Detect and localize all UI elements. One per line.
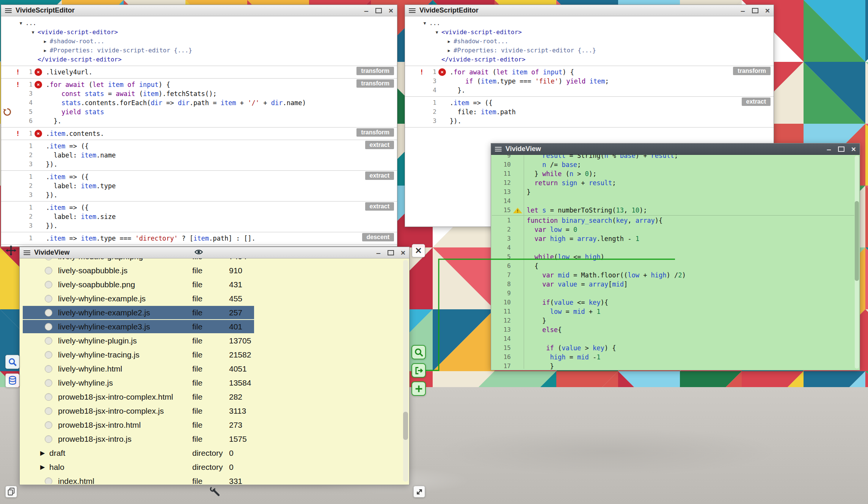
close-button[interactable]: × — [389, 5, 393, 16]
minimize-button[interactable]: – — [827, 143, 831, 155]
file-row[interactable]: proweb18-jsx-intro-complex.htmlfile282 — [20, 390, 402, 404]
collapse-icon[interactable]: ▼ — [16, 19, 25, 28]
code-line[interactable]: !1×.for await (let item of input) { — [1, 80, 397, 89]
code-line[interactable]: 13} — [492, 187, 854, 197]
expand-icon[interactable]: ▶ — [41, 46, 50, 55]
code-line[interactable]: !1×.for await (let item of input) { — [405, 68, 774, 77]
script-step[interactable]: descent1.item => item.type === 'director… — [1, 232, 397, 245]
file-row[interactable]: lively-whyline.htmlfile4051 — [20, 362, 402, 376]
file-row[interactable]: proweb18-jsx-intro-complex.jsfile3113 — [20, 404, 402, 418]
maximize-button[interactable] — [375, 8, 382, 13]
code-line[interactable]: 12 return sign + result; — [492, 178, 854, 187]
tree-node[interactable]: ▼... — [405, 19, 774, 28]
collapse-icon[interactable]: ▼ — [432, 28, 441, 37]
code-line[interactable]: 14 — [492, 197, 854, 206]
tree-node[interactable]: ▶#shadow-root... — [1, 37, 397, 46]
add-view-button[interactable] — [411, 381, 426, 396]
scrollbar[interactable] — [403, 260, 408, 482]
tree-node[interactable]: ▼<vivide-script-editor> — [405, 28, 774, 37]
code-line[interactable]: 1.item => ({ — [1, 142, 397, 151]
file-row[interactable]: lively-soapbubble.pngfile431 — [20, 277, 402, 291]
tree-node[interactable]: </vivide-script-editor> — [1, 55, 397, 64]
script-step[interactable]: extract1.item => ({2 file: item.path3}). — [405, 97, 774, 128]
file-row[interactable]: proweb18-jsx-intro.jsfile1575 — [20, 432, 402, 446]
titlebar[interactable]: VivideView – × — [20, 247, 409, 258]
resize-handle[interactable] — [413, 486, 425, 498]
code-line[interactable]: 6 { — [492, 261, 854, 271]
expand-directory-icon[interactable]: ▶ — [40, 446, 45, 460]
minimize-button[interactable]: – — [741, 5, 745, 16]
maximize-button[interactable] — [388, 250, 394, 255]
directory-row[interactable]: ▶halodirectory0 — [20, 460, 402, 474]
code-line[interactable]: 10 if(value <= key){ — [492, 298, 854, 307]
file-row[interactable]: lively-module-graph.pngfile7404 — [20, 258, 402, 263]
code-line[interactable]: !1×.item.contents. — [1, 129, 397, 138]
tree-node[interactable]: ▼<vivide-script-editor> — [1, 28, 397, 37]
menu-icon[interactable] — [495, 146, 502, 153]
code-line[interactable]: 6 }. — [1, 117, 397, 126]
close-button[interactable]: × — [765, 5, 770, 16]
code-line[interactable]: 2 file: item.path — [405, 107, 774, 117]
file-row[interactable]: lively-whyline-plugin.jsfile13705 — [20, 334, 402, 348]
file-row[interactable]: index.htmlfile331 — [20, 474, 402, 484]
code-line[interactable]: 3}). — [1, 221, 397, 230]
tree-node[interactable]: ▼... — [1, 19, 397, 28]
file-row[interactable]: lively-whyline-example3.jsfile401 — [20, 320, 402, 334]
close-button[interactable]: × — [851, 143, 856, 155]
code-line[interactable]: 3}). — [405, 117, 774, 126]
tree-node[interactable]: ▶#shadow-root... — [405, 37, 774, 46]
code-line[interactable]: 12 } — [492, 316, 854, 325]
code-line[interactable]: 3 var high = array.length - 1 — [492, 234, 854, 243]
code-line[interactable]: 9 — [492, 289, 854, 298]
code-line[interactable]: 15!let s = numberToString(13, 10); — [492, 206, 854, 215]
file-list[interactable]: lively-module-graph.pngfile7404lively-so… — [20, 258, 402, 484]
code-line[interactable]: 9 result = String(n % base) + result; — [492, 155, 854, 160]
minimize-button[interactable]: – — [376, 247, 381, 258]
file-row[interactable]: lively-whyline-example2.jsfile257 — [20, 306, 402, 320]
code-line[interactable]: 1.item => ({ — [405, 98, 774, 107]
code-line[interactable]: !1×.lively4url. — [1, 68, 397, 77]
script-step[interactable]: extract1.item => ({2 label: item.size3})… — [1, 202, 397, 232]
code-line[interactable]: 1.item => ({ — [1, 203, 397, 212]
code-line[interactable]: 2 label: item.name — [1, 151, 397, 160]
file-row[interactable]: lively-soapbubble.jsfile910 — [20, 263, 402, 277]
minimize-button[interactable]: – — [364, 5, 369, 16]
scrollbar-thumb[interactable] — [855, 201, 859, 281]
move-handle-icon[interactable] — [5, 245, 17, 256]
code-view-content[interactable]: 9 result = String(n % base) + result;10 … — [492, 155, 854, 369]
file-row[interactable]: lively-whyline-tracing.jsfile21582 — [20, 348, 402, 362]
script-step[interactable]: transform!1×.item.contents. — [1, 128, 397, 140]
file-row[interactable]: proweb18-jsx-intro.htmlfile273 — [20, 418, 402, 432]
titlebar[interactable]: VivideView – × — [491, 143, 860, 155]
tree-node[interactable]: ▶#Properties: vivide-script-editor {...} — [1, 46, 397, 55]
titlebar[interactable]: VivideScriptEditor – × — [1, 5, 397, 16]
scrollbar-thumb[interactable] — [403, 412, 408, 440]
code-line[interactable]: 11 } while (n > 0); — [492, 169, 854, 178]
data-source-button[interactable] — [5, 373, 19, 387]
copy-button[interactable] — [5, 486, 17, 498]
file-row[interactable]: lively-whyline.jsfile13584 — [20, 376, 402, 390]
code-line[interactable]: 4 — [492, 243, 854, 252]
code-line[interactable]: 2 label: item.type — [1, 181, 397, 191]
code-line[interactable]: 14 — [492, 334, 854, 343]
code-line[interactable]: 10 n /= base; — [492, 160, 854, 169]
script-step[interactable]: extract1.item => ({2 label: item.name3})… — [1, 140, 397, 171]
code-line[interactable]: 8 var value = array[mid] — [492, 280, 854, 289]
code-line[interactable]: 1.item => ({ — [1, 172, 397, 181]
close-button[interactable]: × — [401, 247, 405, 258]
expand-icon[interactable]: ▶ — [41, 37, 50, 46]
code-line[interactable]: 3}). — [1, 160, 397, 169]
maximize-button[interactable] — [752, 8, 758, 13]
expand-icon[interactable]: ▶ — [444, 37, 454, 46]
code-line[interactable]: 2 var low = 0 — [492, 225, 854, 234]
code-line[interactable]: 1.item => item.type === 'directory' ? [i… — [1, 234, 397, 243]
maximize-button[interactable] — [838, 146, 844, 152]
menu-icon[interactable] — [409, 7, 416, 14]
script-step[interactable]: transform!1×.for await (let item of inpu… — [405, 66, 774, 97]
configure-button[interactable] — [210, 486, 220, 497]
code-line[interactable]: 15 if (value > key) { — [492, 343, 854, 353]
script-step[interactable]: transform!1×.for await (let item of inpu… — [1, 79, 397, 128]
connect-output-button[interactable] — [411, 363, 426, 378]
view-search-button[interactable] — [411, 345, 426, 359]
search-button[interactable] — [5, 355, 19, 369]
